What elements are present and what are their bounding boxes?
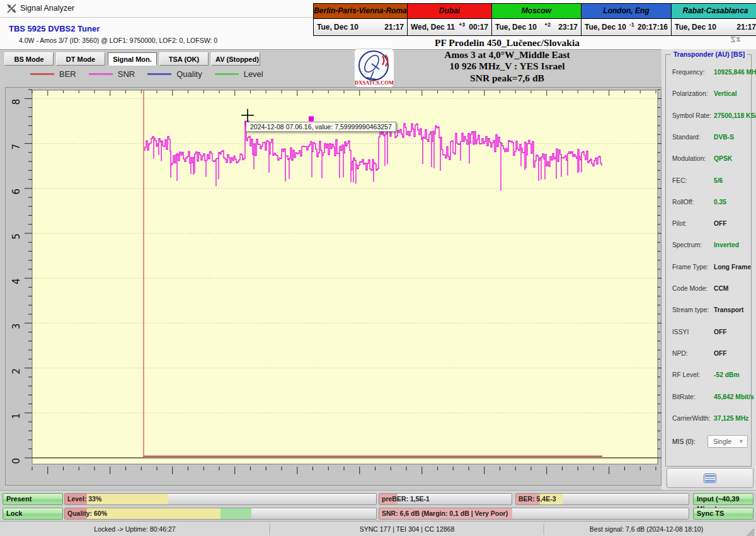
chart-legend: BERSNRQualityLevel	[30, 69, 263, 79]
clock-rabat-time: Tue, Dec 1021:17	[672, 19, 756, 35]
clock-rabat: Rabat-CasablancaTue, Dec 1021:17	[672, 4, 756, 35]
transponder-row-4: Modulation:QPSK	[672, 155, 749, 165]
mode-button-bs-mode[interactable]: BS Mode	[4, 52, 54, 66]
statusbar: Locked -> Uptime: 80:46:27 SYNC 177 | TE…	[0, 521, 756, 536]
clock-moscow: MoscowTue, Dec 10+223:17	[492, 4, 581, 35]
clock-moscow-name: Moscow	[492, 4, 581, 19]
clock-moscow-time: Tue, Dec 10+223:17	[492, 19, 581, 35]
meters-strip: Present Level: 33% preBER: 1,5E-1 BER: 5…	[0, 490, 756, 521]
transponder-groupbox: Transponder (AU) [BS] Frequency:10925,84…	[665, 54, 752, 467]
preber-meter: preBER: 1,5E-1	[379, 493, 512, 505]
clock-dubai-time: Wed, Dec 11+300:17	[408, 19, 491, 35]
site-header-line-2: Amos 3 at 4,0°W_Middle East	[350, 49, 665, 61]
legend-line-quality	[147, 73, 171, 75]
clock-berlin: Berlin-Paris-Vienna-RomaTue, Dec 1021:17	[314, 4, 408, 35]
transponder-row-9: Frame Type:Long Frame	[672, 264, 749, 274]
statusbar-uptime: Locked -> Uptime: 80:46:27	[0, 521, 270, 536]
clock-berlin-name: Berlin-Paris-Vienna-Roma	[314, 4, 407, 19]
clock-table: Berlin-Paris-Vienna-RomaTue, Dec 1021:17…	[313, 3, 756, 36]
chart-tooltip: 2024-12-08 07.06.16, value: 7,5999999046…	[246, 122, 396, 132]
syncts-badge: Sync TS	[693, 508, 753, 520]
transponder-row-10: Code Mode:CCM	[672, 285, 749, 295]
mis-select[interactable]: Single ▼	[707, 435, 748, 448]
lock-badge: Lock	[3, 508, 63, 520]
clock-london-name: London, Eng	[581, 4, 671, 19]
mode-button-signal-mon[interactable]: Signal Mon.	[108, 52, 157, 66]
statusbar-sync: SYNC 177 | TEI 304 | CC 12868	[270, 521, 544, 536]
resize-grip[interactable]	[747, 528, 755, 536]
svg-text:2: 2	[11, 368, 22, 375]
svg-text:5: 5	[11, 233, 22, 240]
transponder-row-8: Spectrum:Inverted	[672, 242, 749, 252]
transponder-row-1: Polarization:Vertical	[672, 90, 749, 100]
svg-text:4: 4	[11, 278, 22, 284]
mis-row: MIS (0): Single ▼	[672, 438, 749, 445]
mode-button-row: BS ModeDT ModeSignal Mon.TSA (OK)AV (Sto…	[4, 52, 260, 66]
tray-signal-icon	[730, 35, 743, 44]
tuner-details: 4.0W - Amos 3/7 (ID: 3560) @ LOF1: 97500…	[19, 37, 217, 44]
statusbar-best-signal: Best signal: 7,6 dB (2024-12-08 18:10)	[544, 521, 748, 536]
transponder-row-14: RF Level:-52 dBm	[672, 371, 749, 382]
mis-value: Single	[713, 438, 731, 445]
transponder-row-11: Stream type:Transport	[672, 306, 749, 317]
transponder-row-0: Frequency:10925,846 MHz	[672, 69, 749, 79]
clock-london: London, EngTue, Dec 10-120:17:16	[581, 4, 672, 35]
dxsatcs-logo: DXSATCS.COM	[354, 49, 394, 90]
app-dish-icon	[6, 3, 17, 16]
svg-text:7: 7	[11, 144, 22, 150]
transponder-panel: Transponder (AU) [BS] Frequency:10925,84…	[662, 49, 756, 490]
signal-chart[interactable]: 012345678	[6, 88, 662, 486]
legend-item-quality: Quality	[147, 69, 202, 79]
mode-button-tsa-ok[interactable]: TSA (OK)	[159, 52, 209, 66]
clock-dubai-name: Dubai	[408, 4, 491, 19]
legend-item-snr: SNR	[89, 69, 135, 79]
transponder-row-5: FEC:5/6	[672, 177, 749, 187]
transponder-row-2: Symbol Rate:27500,118 KS/s	[672, 112, 749, 122]
logo-text: DXSATCS.COM	[355, 79, 394, 86]
transponder-row-3: Standard:DVB-S	[672, 134, 749, 144]
clock-london-time: Tue, Dec 10-120:17:16	[581, 19, 671, 35]
quality-meter: Quality: 60%	[64, 508, 377, 520]
input-badge: Input (~40,39 Mbps)	[693, 493, 753, 505]
clock-berlin-time: Tue, Dec 1021:17	[314, 19, 407, 35]
signal-analyzer-window: { "window": { "title": "Signal Analyzer"…	[0, 0, 756, 536]
legend-item-level: Level	[215, 69, 263, 79]
svg-text:1: 1	[11, 413, 22, 419]
mode-button-av-stopped[interactable]: AV (Stopped)	[211, 52, 260, 66]
chevron-down-icon: ▼	[738, 436, 744, 447]
site-header-line-4: SNR peak=7,6 dB	[350, 73, 665, 84]
mode-button-dt-mode[interactable]: DT Mode	[56, 52, 105, 66]
legend-item-ber: BER	[30, 69, 76, 79]
transponder-row-13: NPD:OFF	[672, 350, 749, 360]
transponder-row-7: Pilot:OFF	[672, 220, 749, 230]
svg-text:6: 6	[11, 189, 22, 195]
svg-text:3: 3	[11, 323, 22, 330]
signal-chart-panel[interactable]: 012345678 2024-12-08 07.06.16, value: 7,…	[5, 87, 662, 486]
site-header: PF Prodelin 450_Lučenec/Slovakia Amos 3 …	[350, 37, 665, 84]
transponder-row-6: RollOff:0.35	[672, 199, 749, 209]
mis-label: MIS (0):	[672, 438, 696, 445]
snr-meter: SNR: 6,6 dB (Margin: 0,1 dB | Very Poor)	[379, 508, 689, 520]
transponder-row-16: CarrierWidth:37,125 MHz	[672, 415, 749, 425]
site-header-line-3: 10 926 MHz_V : YES Israel	[350, 61, 665, 73]
ts-record-button[interactable]	[667, 468, 753, 488]
clock-rabat-name: Rabat-Casablanca	[672, 4, 756, 19]
svg-text:8: 8	[11, 99, 22, 105]
ber-meter: BER: 5,4E-3	[515, 493, 689, 505]
legend-line-snr	[89, 73, 113, 75]
clock-dubai: DubaiWed, Dec 11+300:17	[408, 4, 492, 35]
transponder-title: Transponder (AU) [BS]	[671, 50, 747, 58]
svg-text:0: 0	[11, 458, 22, 464]
legend-line-ber	[30, 73, 54, 75]
transponder-row-12: ISSYIOFF	[672, 329, 749, 339]
present-badge: Present	[3, 493, 63, 505]
site-header-line-1: PF Prodelin 450_Lučenec/Slovakia	[350, 37, 665, 49]
tuner-name: TBS 5925 DVBS2 Tuner	[9, 24, 100, 33]
level-meter: Level: 33%	[64, 493, 377, 505]
snr-peak-marker-1	[309, 116, 314, 121]
transponder-row-15: BitRate:45,842 Mbit/s	[672, 393, 749, 404]
ts-stripes-icon	[704, 474, 716, 483]
legend-line-level	[215, 73, 239, 75]
window-title: Signal Analyzer	[20, 0, 74, 17]
